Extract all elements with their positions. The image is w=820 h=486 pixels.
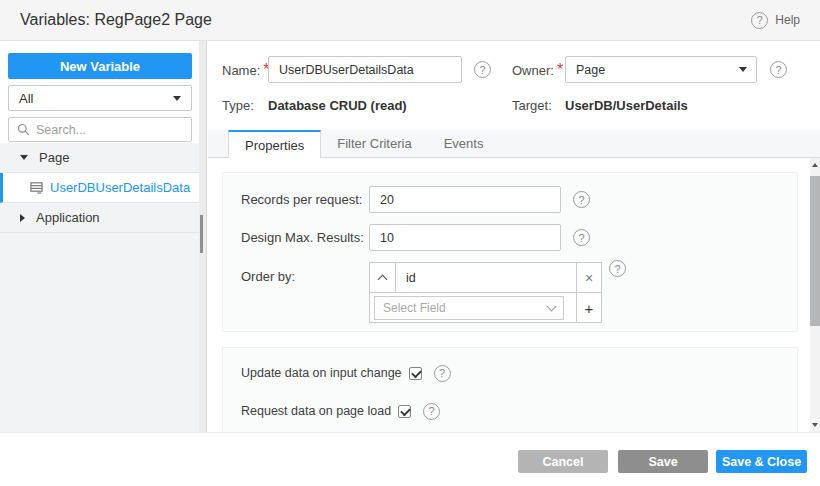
chevron-down-icon <box>547 302 557 312</box>
required-marker: * <box>557 61 563 78</box>
tab-properties[interactable]: Properties <box>228 130 321 158</box>
remove-field-button[interactable]: × <box>576 263 601 292</box>
scroll-down-button[interactable] <box>810 418 820 432</box>
select-field-dropdown[interactable]: Select Field <box>374 296 564 320</box>
tab-events[interactable]: Events <box>428 130 500 157</box>
triangle-down-icon <box>812 423 818 427</box>
name-input[interactable] <box>268 56 462 83</box>
detail-tabbar: Properties Filter Criteria Events <box>208 130 820 158</box>
tree-item-label: UserDBUserDetailsData <box>50 180 190 195</box>
order-by-field-value[interactable]: id <box>396 263 576 292</box>
update-on-input-change-checkbox[interactable] <box>409 367 422 380</box>
request-on-page-load-help-icon[interactable]: ? <box>423 403 440 420</box>
order-by-widget: id × Select Field + <box>369 262 602 323</box>
tree-group-page[interactable]: Page <box>0 143 200 173</box>
cancel-button[interactable]: Cancel <box>518 450 608 473</box>
tree-group-page-label: Page <box>39 150 69 165</box>
page-title: Variables: RegPage2 Page <box>20 11 212 29</box>
select-field-placeholder: Select Field <box>383 301 446 315</box>
database-variable-icon <box>30 181 43 194</box>
properties-tab-content: Records per request: ? Design Max. Resul… <box>208 158 820 432</box>
tree-item-selected-variable[interactable]: UserDBUserDetailsData <box>0 173 200 203</box>
type-value: Database CRUD (read) <box>268 98 407 113</box>
name-label: Name:* <box>222 56 270 84</box>
update-on-input-change-label: Update data on input change <box>241 366 402 380</box>
variable-filter-value: All <box>19 91 33 106</box>
sort-direction-button[interactable] <box>370 263 396 292</box>
update-on-input-change-help-icon[interactable]: ? <box>434 365 451 382</box>
sidebar-scrollbar[interactable] <box>199 41 206 432</box>
search-icon <box>17 123 30 136</box>
owner-label: Owner:* <box>512 56 563 84</box>
variables-tree: Page UserDBUserDetailsData Application <box>0 143 200 432</box>
variables-dialog: Variables: RegPage2 Page ? Help New Vari… <box>0 0 820 486</box>
request-on-page-load-row: Request data on page load ? <box>223 402 799 420</box>
save-and-close-button[interactable]: Save & Close <box>716 450 807 473</box>
search-input[interactable] <box>36 123 176 137</box>
caret-down-icon[interactable] <box>20 155 28 160</box>
tree-group-application[interactable]: Application <box>0 203 200 233</box>
scroll-up-button[interactable] <box>810 158 820 172</box>
save-button[interactable]: Save <box>618 450 708 473</box>
variable-search-box[interactable] <box>8 117 192 142</box>
target-value: UserDB/UserDetails <box>565 98 688 113</box>
dialog-footer: Cancel Save Save & Close <box>0 432 820 486</box>
name-owner-row: Name:* ? Owner:* Page ? <box>208 56 820 83</box>
help-icon[interactable]: ? <box>751 12 768 29</box>
name-help-icon[interactable]: ? <box>474 61 491 78</box>
records-per-request-input[interactable] <box>369 186 561 213</box>
variable-detail-panel: Name:* ? Owner:* Page ? Type: Database C… <box>208 41 820 432</box>
add-field-button[interactable]: + <box>576 293 601 323</box>
caret-right-icon[interactable] <box>20 214 25 222</box>
new-variable-button[interactable]: New Variable <box>8 53 192 79</box>
sidebar-scrollbar-thumb[interactable] <box>200 215 203 253</box>
caret-down-icon <box>739 67 747 72</box>
tree-group-application-label: Application <box>36 210 100 225</box>
type-label: Type: <box>222 98 254 113</box>
help-link[interactable]: ? Help <box>751 12 800 29</box>
owner-select[interactable]: Page <box>565 56 757 83</box>
request-on-page-load-checkbox[interactable] <box>398 405 411 418</box>
owner-value: Page <box>576 63 605 77</box>
records-per-request-label: Records per request: <box>241 186 362 213</box>
target-label: Target: <box>512 98 552 113</box>
update-on-input-change-row: Update data on input change ? <box>223 364 799 382</box>
data-settings-group: Records per request: ? Design Max. Resul… <box>222 172 798 332</box>
request-on-page-load-label: Request data on page load <box>241 404 391 418</box>
order-by-label: Order by: <box>241 262 295 291</box>
order-by-field-row: id × <box>370 263 601 292</box>
content-scrollbar[interactable] <box>810 158 820 432</box>
tab-filter-criteria[interactable]: Filter Criteria <box>321 130 427 157</box>
behavior-settings-group: Update data on input change ? Request da… <box>222 347 798 432</box>
chevron-up-icon <box>378 274 388 284</box>
design-max-results-input[interactable] <box>369 224 561 251</box>
help-label[interactable]: Help <box>775 13 800 27</box>
triangle-up-icon <box>812 163 818 167</box>
records-per-request-help-icon[interactable]: ? <box>573 191 590 208</box>
owner-help-icon[interactable]: ? <box>770 61 787 78</box>
order-by-add-row: Select Field + <box>370 292 601 322</box>
dialog-header: Variables: RegPage2 Page ? Help <box>0 0 820 41</box>
type-target-row: Type: Database CRUD (read) Target: UserD… <box>208 98 820 116</box>
records-per-request-row: Records per request: ? <box>223 186 799 213</box>
order-by-help-icon[interactable]: ? <box>609 260 626 277</box>
design-max-results-label: Design Max. Results: <box>241 224 364 251</box>
variable-filter-select[interactable]: All <box>8 85 192 111</box>
caret-down-icon <box>173 96 181 101</box>
variables-sidebar: New Variable All Page UserDBUserDetailsD… <box>0 41 207 432</box>
content-scrollbar-thumb[interactable] <box>810 176 820 326</box>
sidebar-controls: New Variable All <box>0 41 200 142</box>
design-max-results-row: Design Max. Results: ? <box>223 224 799 251</box>
design-max-results-help-icon[interactable]: ? <box>573 229 590 246</box>
